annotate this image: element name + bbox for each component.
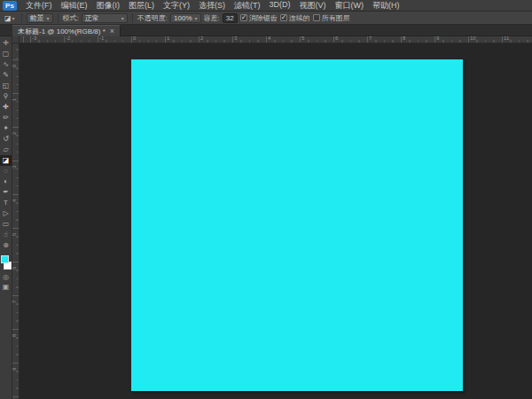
antialias-checkbox-group[interactable]: 消除锯齿 — [240, 13, 278, 23]
v-ruler-number: 1 — [12, 94, 17, 101]
antialias-label: 消除锯齿 — [249, 13, 278, 23]
h-ruler-number: 9 — [436, 35, 439, 41]
all-layers-checkbox[interactable] — [313, 14, 320, 21]
quick-selection-tool[interactable]: ✎ — [0, 70, 12, 81]
v-ruler-number: 9 — [12, 364, 17, 371]
divider — [58, 13, 59, 23]
lasso-tool[interactable]: ∿ — [0, 59, 12, 70]
tool-list: ✛▢∿✎◱⚲✚✏✦↺▱◪◌◐✒T▷▭☝⊕ — [0, 36, 12, 251]
move-tool[interactable]: ✛ — [0, 38, 12, 49]
chevron-down-icon: ▾ — [47, 15, 50, 21]
v-ruler-number: 0 — [12, 60, 17, 67]
h-ruler-number: 10 — [470, 35, 476, 41]
horizontal-ruler[interactable]: -3-2-101234567891011 — [20, 36, 532, 43]
menu-help[interactable]: 帮助(H) — [368, 0, 404, 12]
h-ruler-number: 2 — [200, 35, 203, 41]
menu-file[interactable]: 文件(F) — [21, 0, 57, 12]
hand-tool[interactable]: ☝ — [0, 230, 12, 240]
h-ruler-number: 1 — [167, 35, 169, 41]
mode-value: 正常 — [85, 13, 99, 23]
menu-edit[interactable]: 编辑(E) — [57, 0, 92, 12]
document-tab-title: 未标题-1 @ 100%(RGB/8) * — [18, 27, 106, 36]
mode-label: 模式: — [63, 13, 79, 23]
all-layers-label: 所有图层 — [322, 13, 350, 23]
screen-mode-button[interactable]: ▣ — [0, 282, 12, 292]
fill-source-dropdown[interactable]: 前景 ▾ — [27, 13, 53, 23]
foreground-color-swatch[interactable] — [1, 255, 9, 263]
h-ruler-number: -3 — [32, 35, 36, 41]
brush-tool[interactable]: ✏ — [0, 113, 12, 123]
h-ruler-number: 3 — [234, 35, 237, 41]
shape-tool[interactable]: ▭ — [0, 219, 12, 230]
chevron-down-icon: ▾ — [121, 15, 124, 21]
rectangular-marquee-tool[interactable]: ▢ — [0, 49, 12, 59]
eraser-tool[interactable]: ▱ — [0, 145, 12, 155]
blur-tool[interactable]: ◌ — [0, 166, 12, 176]
opacity-value: 100% — [174, 14, 192, 22]
options-bar: ◪ ▾ 前景 ▾ 模式: 正常 ▾ 不透明度: 100% ▾ 容差: 消除锯齿 … — [0, 12, 532, 25]
history-brush-tool[interactable]: ↺ — [0, 134, 12, 145]
healing-brush-tool[interactable]: ✚ — [0, 102, 12, 113]
contiguous-checkbox-group[interactable]: 连续的 — [280, 13, 310, 23]
v-ruler-number: 2 — [12, 128, 17, 135]
divider — [21, 13, 22, 23]
h-ruler-number: 5 — [301, 35, 304, 41]
h-ruler-number: -2 — [66, 35, 70, 41]
type-tool[interactable]: T — [0, 198, 12, 208]
divider — [132, 13, 133, 23]
v-ruler-number: 8 — [12, 330, 17, 337]
h-ruler-number: 6 — [335, 35, 338, 41]
menu-layer[interactable]: 图层(L) — [124, 0, 159, 12]
tolerance-input[interactable] — [223, 13, 238, 23]
h-ruler-number: 7 — [369, 35, 372, 41]
crop-tool[interactable]: ◱ — [0, 81, 12, 91]
all-layers-checkbox-group[interactable]: 所有图层 — [313, 13, 350, 23]
antialias-checkbox[interactable] — [240, 14, 247, 21]
paint-bucket-tool[interactable]: ◪ — [0, 155, 12, 166]
opacity-label: 不透明度: — [137, 13, 168, 23]
pen-tool[interactable]: ✒ — [0, 187, 12, 198]
h-ruler-number: 11 — [504, 35, 509, 41]
quick-mask-button[interactable]: ◎ — [0, 272, 12, 282]
tool-strip: ✛▢∿✎◱⚲✚✏✦↺▱◪◌◐✒T▷▭☝⊕ ◎ ▣ — [0, 36, 12, 399]
menu-type[interactable]: 文字(Y) — [159, 0, 194, 12]
menu-window[interactable]: 窗口(W) — [331, 0, 369, 12]
ruler-corner[interactable] — [12, 36, 20, 43]
v-ruler-number: 7 — [12, 296, 17, 303]
menu-view[interactable]: 视图(V) — [295, 0, 331, 12]
clone-stamp-tool[interactable]: ✦ — [0, 123, 12, 134]
menu-image[interactable]: 图像(I) — [92, 0, 125, 12]
mode-dropdown[interactable]: 正常 ▾ — [82, 13, 128, 23]
paint-bucket-icon: ◪ — [4, 14, 12, 22]
zoom-tool[interactable]: ⊕ — [0, 240, 12, 251]
close-icon[interactable]: × — [110, 27, 114, 35]
dodge-tool[interactable]: ◐ — [0, 176, 12, 187]
menu-3d[interactable]: 3D(D) — [265, 0, 295, 12]
h-ruler-number: 4 — [268, 35, 270, 41]
fill-source-value: 前景 — [30, 13, 44, 23]
tool-preset-picker[interactable]: ◪ ▾ — [3, 14, 17, 22]
h-ruler-number: 8 — [403, 35, 405, 41]
vertical-ruler[interactable]: 012345678910 — [12, 43, 20, 399]
eyedropper-tool[interactable]: ⚲ — [0, 91, 12, 102]
v-ruler-number: 4 — [12, 195, 17, 202]
h-ruler-number: 0 — [133, 35, 136, 41]
color-swatches — [0, 254, 12, 272]
tab-bar: 未标题-1 @ 100%(RGB/8) * × — [0, 25, 532, 36]
photoshop-logo: Ps — [3, 1, 17, 11]
opacity-dropdown[interactable]: 100% ▾ — [170, 13, 200, 23]
canvas[interactable] — [131, 59, 463, 391]
h-ruler-number: -1 — [99, 35, 104, 41]
contiguous-label: 连续的 — [289, 13, 310, 23]
v-ruler-number: 6 — [12, 262, 17, 270]
tolerance-label: 容差: — [204, 13, 220, 23]
contiguous-checkbox[interactable] — [280, 14, 287, 21]
menu-select[interactable]: 选择(S) — [194, 0, 230, 12]
path-selection-tool[interactable]: ▷ — [0, 208, 12, 219]
pasteboard — [20, 43, 532, 399]
chevron-down-icon: ▾ — [12, 15, 15, 21]
v-ruler-number: 5 — [12, 229, 17, 236]
menu-filter[interactable]: 滤镜(T) — [230, 0, 265, 12]
chevron-down-icon: ▾ — [195, 15, 198, 21]
menu-items: 文件(F)编辑(E)图像(I)图层(L)文字(Y)选择(S)滤镜(T)3D(D)… — [21, 0, 404, 12]
